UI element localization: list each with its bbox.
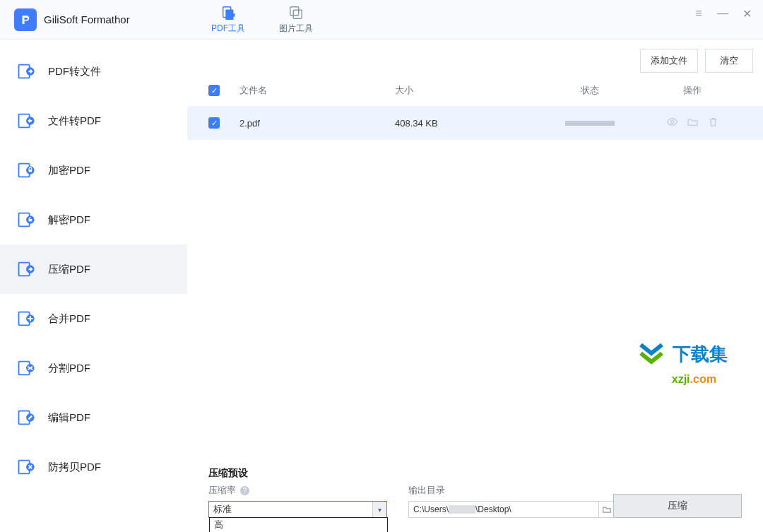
tab-image-label: 图片工具 <box>279 23 313 35</box>
menu-button[interactable]: ≡ <box>692 7 705 20</box>
sidebar-icon <box>16 209 37 230</box>
sidebar-item-label: 压缩PDF <box>48 263 90 276</box>
app-logo: GiliSoft Formathor <box>0 8 187 31</box>
sidebar-item-0[interactable]: PDF转文件 <box>0 47 187 96</box>
compression-dropdown: 高标准低 <box>209 517 388 532</box>
sidebar-icon <box>16 308 37 329</box>
sidebar-item-label: 文件转PDF <box>48 114 101 128</box>
sidebar-icon <box>16 357 37 379</box>
sidebar: PDF转文件文件转PDF加密PDF解密PDF压缩PDF合并PDF分割PDF编辑P… <box>0 40 187 532</box>
clear-button[interactable]: 清空 <box>705 49 753 73</box>
svg-rect-4 <box>293 10 302 18</box>
sidebar-item-4[interactable]: 压缩PDF <box>0 244 187 294</box>
watermark: 下载集 xzji.com <box>639 343 728 386</box>
row-checkbox[interactable] <box>208 117 220 129</box>
dropdown-option[interactable]: 高 <box>210 518 387 531</box>
top-tabs: PDF PDF工具 图片工具 <box>208 1 316 39</box>
table-header: 文件名 大小 状态 操作 <box>187 75 763 106</box>
sidebar-icon <box>16 61 37 82</box>
sidebar-item-label: 合并PDF <box>48 312 90 326</box>
sidebar-item-6[interactable]: 分割PDF <box>0 343 187 393</box>
action-bar: 添加文件 清空 <box>187 40 763 75</box>
col-name-header: 文件名 <box>239 84 395 97</box>
doc-pdf-icon: PDF <box>220 5 236 20</box>
help-icon[interactable]: ? <box>240 486 249 495</box>
sidebar-icon <box>16 160 37 181</box>
chevron-down-icon <box>639 343 663 367</box>
main-panel: 添加文件 清空 文件名 大小 状态 操作 2.pdf408.34 KB 下载集 … <box>187 40 763 532</box>
compress-button[interactable]: 压缩 <box>613 494 742 518</box>
sidebar-item-8[interactable]: 防拷贝PDF <box>0 442 187 492</box>
svg-text:PDF: PDF <box>227 13 235 17</box>
minimize-button[interactable]: — <box>716 7 729 20</box>
col-ops-header: 操作 <box>643 84 742 97</box>
preview-icon[interactable] <box>666 116 678 130</box>
sidebar-item-5[interactable]: 合并PDF <box>0 294 187 343</box>
add-file-button[interactable]: 添加文件 <box>640 49 698 73</box>
sidebar-item-7[interactable]: 编辑PDF <box>0 393 187 442</box>
sidebar-icon <box>16 259 37 280</box>
sidebar-item-label: 加密PDF <box>48 164 90 177</box>
sidebar-item-label: 分割PDF <box>48 362 90 375</box>
file-status <box>536 121 643 126</box>
table-row[interactable]: 2.pdf408.34 KB <box>187 106 763 140</box>
tab-pdf-label: PDF工具 <box>211 23 245 35</box>
svg-rect-14 <box>29 219 32 222</box>
close-button[interactable]: ✕ <box>740 7 753 20</box>
sidebar-item-label: 防拷贝PDF <box>48 461 101 474</box>
app-name: GiliSoft Formathor <box>44 13 130 25</box>
sidebar-icon <box>16 110 37 131</box>
logo-icon <box>14 8 37 31</box>
sidebar-item-2[interactable]: 加密PDF <box>0 146 187 195</box>
ratio-label: 压缩率 ? <box>208 484 387 497</box>
chevron-down-icon: ▾ <box>372 502 386 517</box>
settings-title: 压缩预设 <box>208 467 742 480</box>
folder-icon[interactable] <box>598 502 614 517</box>
sidebar-icon <box>16 407 37 428</box>
col-status-header: 状态 <box>536 84 643 97</box>
image-stack-icon <box>288 5 304 20</box>
svg-point-25 <box>670 120 673 123</box>
open-folder-icon[interactable] <box>687 116 699 130</box>
sidebar-item-label: 编辑PDF <box>48 411 90 425</box>
sidebar-item-label: 解密PDF <box>48 213 90 227</box>
output-path-input[interactable]: C:\Users\\Desktop\ <box>408 501 615 518</box>
sidebar-item-1[interactable]: 文件转PDF <box>0 96 187 146</box>
file-name: 2.pdf <box>239 118 395 129</box>
file-size: 408.34 KB <box>395 118 536 129</box>
col-size-header: 大小 <box>395 84 536 97</box>
tab-image-tools[interactable]: 图片工具 <box>276 1 316 39</box>
select-all-checkbox[interactable] <box>208 85 220 96</box>
redacted-text <box>449 505 475 514</box>
svg-rect-3 <box>290 6 299 15</box>
delete-icon[interactable] <box>707 116 719 130</box>
settings-panel: 压缩预设 压缩率 ? 标准 ▾ 高标准低 输出目录 C:\ <box>187 456 763 532</box>
svg-rect-11 <box>29 170 32 172</box>
compression-select[interactable]: 标准 ▾ 高标准低 <box>208 501 387 518</box>
window-controls: ≡ — ✕ <box>692 7 753 20</box>
sidebar-item-3[interactable]: 解密PDF <box>0 195 187 244</box>
titlebar: GiliSoft Formathor PDF PDF工具 图片工具 ≡ — ✕ <box>0 0 763 40</box>
tab-pdf-tools[interactable]: PDF PDF工具 <box>208 1 248 39</box>
sidebar-icon <box>16 456 37 478</box>
sidebar-item-label: PDF转文件 <box>48 65 101 78</box>
